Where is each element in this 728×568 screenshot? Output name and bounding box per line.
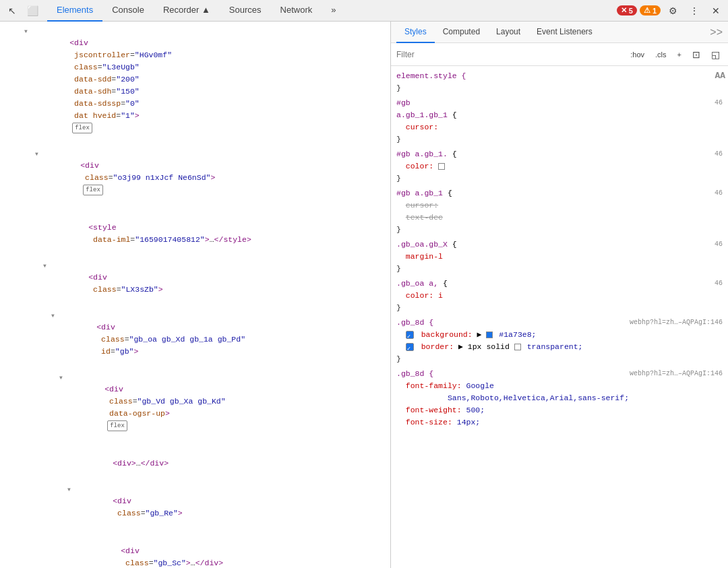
- element-line[interactable]: <div class="gb_oa gb_Xd gb_1a gb_Pd" id=…: [0, 309, 390, 371]
- filter-input[interactable]: [396, 50, 622, 59]
- error-badge[interactable]: ✕ 5: [617, 5, 637, 15]
- style-source: 46: [715, 97, 723, 109]
- style-close-brace: }: [396, 303, 401, 312]
- element-html: <div>…</div>: [75, 445, 385, 482]
- tab-event-listeners[interactable]: Event Listeners: [528, 22, 601, 43]
- style-prop: color: i: [406, 291, 443, 300]
- element-html: <div class="gb_Sc">…</div>: [84, 533, 385, 568]
- warning-icon: ⚠: [644, 6, 650, 15]
- style-selector: .gb_8d {: [396, 318, 433, 327]
- style-value: 14px;: [457, 418, 481, 427]
- color-swatch-blue[interactable]: [486, 332, 493, 338]
- style-close-brace: }: [396, 174, 401, 183]
- error-x-icon: ✕: [621, 6, 627, 15]
- expand-arrow-small[interactable]: ▶: [477, 330, 482, 339]
- device-icon[interactable]: ⬜: [23, 1, 42, 20]
- filter-cls-button[interactable]: .cls: [653, 49, 669, 60]
- filter-add-button[interactable]: +: [675, 49, 684, 60]
- main-tabs: Elements Console Recorder ▲ Sources Netw…: [47, 0, 345, 21]
- style-prop: margin-l: [406, 252, 443, 261]
- style-close-brace: }: [396, 135, 401, 144]
- style-source: 46: [715, 148, 723, 160]
- style-value: #1a73e8;: [499, 330, 536, 339]
- style-rule: 46 .gb_oa a, { color: i }: [391, 276, 728, 315]
- filter-hover-button[interactable]: :hov: [628, 49, 647, 60]
- style-prop: background:: [421, 330, 473, 339]
- style-value: 500;: [466, 406, 485, 414]
- cursor-icon[interactable]: ↖: [3, 1, 22, 20]
- styles-tabs-more-icon[interactable]: >>: [710, 26, 723, 38]
- style-selector: .gb_oa.gb_X: [396, 240, 448, 249]
- style-selector: #gb a.gb_1: [396, 189, 443, 197]
- style-selector: #gb: [396, 98, 411, 107]
- color-swatch-transparent[interactable]: [514, 344, 521, 350]
- style-rule: element.style { AA }: [391, 69, 728, 96]
- styles-tabs: Styles Computed Layout Event Listeners >…: [391, 22, 728, 43]
- element-html: <style data-iml="1659017405812">…</style…: [51, 210, 385, 258]
- tab-console[interactable]: Console: [102, 0, 154, 22]
- style-selector: .gb_8d {: [396, 369, 433, 378]
- element-line[interactable]: <div jscontroller="HGv0mf" class="L3eUgb…: [0, 24, 390, 147]
- style-close-brace: }: [396, 84, 401, 92]
- style-close-brace: }: [396, 225, 401, 234]
- toolbar-icon-group: ↖ ⬜: [3, 1, 42, 20]
- element-html: <div class="gb_Re">: [75, 483, 385, 532]
- style-prop: border:: [421, 342, 454, 351]
- toolbar-right: ✕ 5 ⚠ 1 ⚙ ⋮ ✕: [617, 1, 725, 20]
- style-rule: 46 #gb a.gb_1. { color: }: [391, 147, 728, 186]
- style-prop: color:: [406, 162, 433, 170]
- font-size-indicator: AA: [715, 70, 725, 82]
- element-line[interactable]: <div class="gb_Re">: [0, 482, 390, 532]
- style-source: webhp?hl=zh…–AQPAgI:146: [630, 368, 723, 380]
- element-html: <div class="gb_oa gb_Xd gb_1a gb_Pd" id=…: [59, 309, 385, 370]
- warning-badge[interactable]: ⚠ 1: [640, 5, 661, 15]
- filter-bar: :hov .cls + ⊡ ◱: [391, 43, 728, 66]
- style-prop: cursor:: [406, 123, 438, 131]
- filter-icon1[interactable]: ⊡: [690, 48, 703, 61]
- color-swatch[interactable]: [438, 163, 445, 170]
- expand-arrow[interactable]: [43, 259, 51, 272]
- style-checkbox[interactable]: [406, 331, 414, 339]
- element-html: <div jscontroller="HGv0mf" class="L3eUgb…: [32, 25, 385, 146]
- settings-icon[interactable]: ⚙: [663, 1, 682, 20]
- main-content: <div jscontroller="HGv0mf" class="L3eUgb…: [0, 22, 728, 568]
- style-rule: 46 #gb a.gb_1.gb_1 { cursor: }: [391, 96, 728, 147]
- tab-more[interactable]: »: [322, 0, 345, 22]
- error-count: 5: [629, 7, 633, 15]
- tab-layout[interactable]: Layout: [488, 22, 528, 43]
- style-value: transparent;: [527, 342, 583, 351]
- expand-arrow[interactable]: [35, 148, 43, 160]
- style-source: webhp?hl=zh…–AQPAgI:146: [630, 317, 723, 329]
- tab-computed[interactable]: Computed: [435, 22, 488, 43]
- style-close-brace: }: [396, 264, 401, 273]
- style-selector: element.style {: [396, 71, 466, 80]
- style-value: Google: [466, 381, 494, 390]
- filter-icon2[interactable]: ◱: [708, 48, 723, 61]
- style-source: 46: [715, 187, 723, 199]
- close-icon[interactable]: ✕: [706, 1, 725, 20]
- element-line[interactable]: <div class="gb_Vd gb_Xa gb_Kd" data-ogsr…: [0, 371, 390, 445]
- more-options-icon[interactable]: ⋮: [685, 1, 704, 20]
- element-line[interactable]: <div class="LX3sZb">: [0, 259, 390, 309]
- style-rule: 46 .gb_oa.gb_X { margin-l }: [391, 237, 728, 276]
- tab-network[interactable]: Network: [271, 0, 322, 22]
- tab-recorder[interactable]: Recorder ▲: [154, 0, 220, 22]
- style-prop: font-size:: [406, 418, 452, 427]
- tab-styles[interactable]: Styles: [396, 22, 435, 43]
- tab-sources[interactable]: Sources: [220, 0, 271, 22]
- expand-arrow-small2[interactable]: ▶: [458, 342, 463, 351]
- element-html: <div class="gb_Vd gb_Xa gb_Kd" data-ogsr…: [67, 371, 385, 444]
- element-line[interactable]: <div>…</div>: [0, 445, 390, 482]
- element-line[interactable]: <div class="gb_Sc">…</div>: [0, 532, 390, 568]
- expand-arrow[interactable]: [24, 25, 32, 38]
- style-checkbox[interactable]: [406, 343, 414, 351]
- tab-elements[interactable]: Elements: [47, 0, 102, 22]
- element-html: <div class="o3j99 n1xJcf Ne6nSd"> flex: [43, 148, 385, 208]
- style-selector-2: a.gb_1.gb_1: [396, 111, 448, 119]
- element-line[interactable]: <style data-iml="1659017405812">…</style…: [0, 209, 390, 259]
- style-rule: 46 #gb a.gb_1 { cursor: text-dec }: [391, 186, 728, 237]
- element-line[interactable]: <div class="o3j99 n1xJcf Ne6nSd"> flex: [0, 147, 390, 209]
- expand-arrow[interactable]: [67, 483, 75, 496]
- expand-arrow[interactable]: [59, 371, 67, 384]
- expand-arrow[interactable]: [51, 309, 59, 322]
